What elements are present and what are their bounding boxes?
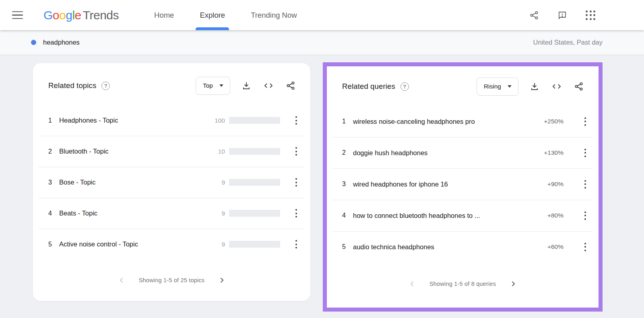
query-row: 1 wireless noise-canceling headphones pr…	[327, 106, 599, 137]
topic-row: 5 Active noise control - Topic 9	[33, 229, 310, 260]
topic-value: 9	[207, 241, 225, 248]
queries-pagination: Showing 1-5 of 8 queries	[327, 279, 599, 289]
topic-rank: 5	[48, 241, 59, 248]
topic-row: 1 Headphones - Topic 100	[33, 105, 310, 136]
topic-label[interactable]: Bose - Topic	[59, 178, 207, 186]
related-queries-header: Related queries ? Rising	[327, 66, 599, 104]
queries-pagination-label: Showing 1-5 of 8 queries	[429, 281, 496, 287]
nav-tab-label: Explore	[200, 11, 225, 20]
topic-label[interactable]: Beats - Topic	[59, 209, 207, 217]
embed-code-icon[interactable]	[551, 80, 563, 93]
topics-sort-dropdown[interactable]: Top	[196, 77, 230, 95]
top-navbar: Google Trends Home Explore Trending Now	[0, 0, 644, 30]
trends-logo-text: Trends	[83, 8, 119, 22]
search-term-label[interactable]: headphones	[43, 39, 80, 46]
nav-tab[interactable]: Trending Now	[238, 0, 310, 30]
query-change: +250%	[544, 118, 564, 125]
topic-row: 4 Beats - Topic 9	[33, 198, 310, 229]
queries-highlight-frame: Related queries ? Rising	[323, 62, 603, 312]
more-options-icon[interactable]	[580, 240, 590, 254]
query-row: 4 how to connect bluetooth headphones to…	[327, 200, 599, 231]
embed-code-icon[interactable]	[262, 79, 275, 92]
query-label[interactable]: audio technica headphones	[353, 243, 547, 251]
share-icon[interactable]	[526, 7, 543, 24]
main-content: Related topics ? Top	[0, 55, 644, 318]
topics-pagination: Showing 1-5 of 25 topics	[33, 275, 310, 285]
search-term-bar: headphones United States, Past day	[0, 30, 644, 55]
topic-rank: 1	[48, 117, 59, 124]
share-icon[interactable]	[573, 80, 585, 93]
topic-value: 10	[207, 148, 225, 155]
next-page-icon[interactable]	[217, 275, 227, 285]
more-options-icon[interactable]	[291, 114, 301, 127]
query-row: 5 audio technica headphones +60%	[327, 231, 599, 263]
related-topics-header: Related topics ? Top	[33, 63, 310, 103]
help-icon[interactable]: ?	[101, 82, 110, 90]
chevron-down-icon	[508, 85, 512, 88]
feedback-icon[interactable]	[554, 7, 571, 24]
apps-grid-icon[interactable]	[582, 7, 599, 24]
query-label[interactable]: wireless noise-canceling headphones pro	[353, 118, 544, 125]
topic-bar	[229, 148, 280, 155]
more-options-icon[interactable]	[291, 145, 301, 158]
related-queries-list: 1 wireless noise-canceling headphones pr…	[327, 106, 599, 263]
topic-label[interactable]: Active noise control - Topic	[59, 240, 207, 248]
more-options-icon[interactable]	[580, 146, 590, 160]
topics-pagination-label: Showing 1-5 of 25 topics	[139, 277, 205, 283]
topic-rank: 4	[48, 210, 59, 217]
query-change: +130%	[544, 149, 564, 156]
queries-sort-dropdown[interactable]: Rising	[477, 78, 518, 96]
related-queries-card: Related queries ? Rising	[327, 66, 599, 308]
query-row: 3 wired headphones for iphone 16 +90%	[327, 168, 599, 200]
region-timerange-label[interactable]: United States, Past day	[533, 39, 603, 46]
topic-row: 3 Bose - Topic 9	[33, 167, 310, 198]
related-topics-list: 1 Headphones - Topic 100 2 Bluetooth - T…	[33, 105, 310, 260]
query-rank: 5	[342, 243, 353, 250]
topic-label[interactable]: Headphones - Topic	[59, 117, 207, 124]
chevron-down-icon	[219, 84, 223, 87]
previous-page-icon[interactable]	[407, 279, 417, 289]
more-options-icon[interactable]	[291, 207, 301, 220]
nav-tab[interactable]: Home	[141, 0, 187, 30]
topic-value: 9	[207, 210, 225, 217]
query-rank: 4	[342, 212, 353, 219]
topic-bar	[229, 179, 280, 186]
hamburger-menu-icon[interactable]	[12, 6, 30, 24]
topic-bar	[229, 241, 280, 248]
nav-tab-label: Home	[154, 11, 174, 20]
query-change: +60%	[547, 243, 564, 250]
navbar-actions	[526, 7, 599, 24]
nav-tab[interactable]: Explore	[187, 0, 238, 30]
queries-sort-value: Rising	[484, 83, 501, 90]
nav-tab-label: Trending Now	[251, 11, 297, 20]
more-options-icon[interactable]	[291, 176, 301, 189]
more-options-icon[interactable]	[580, 209, 590, 222]
query-label[interactable]: wired headphones for iphone 16	[353, 181, 547, 188]
topic-value: 9	[207, 179, 225, 186]
query-label[interactable]: doggie hush headphones	[353, 149, 544, 157]
topic-bar	[229, 117, 280, 124]
topic-label[interactable]: Bluetooth - Topic	[59, 148, 207, 155]
query-row: 2 doggie hush headphones +130%	[327, 137, 599, 168]
topic-bar	[229, 210, 280, 217]
help-icon[interactable]: ?	[400, 82, 409, 91]
nav-tabs: Home Explore Trending Now	[141, 0, 310, 30]
topic-rank: 3	[48, 179, 59, 186]
google-trends-logo[interactable]: Google Trends	[43, 8, 119, 22]
download-icon[interactable]	[528, 80, 541, 93]
query-rank: 1	[342, 118, 353, 125]
topics-sort-value: Top	[203, 82, 213, 89]
related-topics-card: Related topics ? Top	[33, 63, 310, 301]
next-page-icon[interactable]	[508, 279, 518, 289]
more-options-icon[interactable]	[291, 238, 301, 251]
download-icon[interactable]	[240, 79, 252, 92]
query-rank: 3	[342, 181, 353, 188]
more-options-icon[interactable]	[580, 115, 590, 128]
query-label[interactable]: how to connect bluetooth headphones to .…	[353, 212, 547, 220]
query-rank: 2	[342, 149, 353, 156]
topic-row: 2 Bluetooth - Topic 10	[33, 136, 310, 167]
more-options-icon[interactable]	[580, 177, 590, 191]
share-icon[interactable]	[285, 79, 297, 92]
related-queries-title: Related queries	[342, 82, 395, 91]
previous-page-icon[interactable]	[116, 275, 127, 285]
